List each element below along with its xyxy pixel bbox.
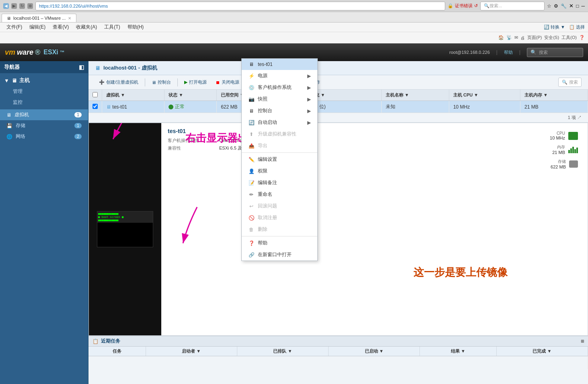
- col-vm[interactable]: 虚拟机 ▼: [102, 90, 164, 101]
- convert-button[interactable]: 🔄 转换 ▼: [544, 24, 565, 30]
- context-menu-item-4[interactable]: 🖥 控制台 ▶: [242, 105, 317, 117]
- settings-icon[interactable]: ⚙: [554, 3, 558, 9]
- context-menu-item-12[interactable]: ✏ 重命名: [242, 189, 317, 200]
- toolbar2: 🏠 📡 ✉ 🖨 页面(P) 安全(S) 工具(O) ❓: [0, 32, 588, 43]
- context-menu-item-0[interactable]: 🖥 tes-t01: [242, 59, 317, 70]
- console-button[interactable]: 🖥 控制台: [148, 78, 175, 87]
- browser-chrome: ◀ ▶ ↻ ⊕ https://192.168.0.226/ui/#/host/…: [0, 0, 588, 12]
- vms-badge: 1: [74, 112, 82, 117]
- tasks-empty-row: [88, 356, 588, 370]
- help-link[interactable]: 帮助: [504, 49, 513, 55]
- create-vm-button[interactable]: ➕ 创建/注册虚拟机: [95, 78, 142, 87]
- sidebar-item-storage[interactable]: 💾 存储 1: [0, 120, 88, 131]
- context-menu[interactable]: 🖥 tes-t01 ⚡ 电源 ▶ 💿 客户机操作系统 ▶ 📷 快照 ▶: [241, 58, 318, 261]
- home-button[interactable]: ⊕: [27, 3, 33, 9]
- reload-button[interactable]: ↻: [19, 3, 25, 9]
- tasks-col-task[interactable]: 任务: [88, 347, 146, 356]
- context-menu-item-5[interactable]: 🔄 自动启动 ▶: [242, 117, 317, 128]
- row-checkbox[interactable]: [93, 104, 98, 109]
- vm-table-header: 虚拟机 ▼ 状态 ▼ 已用空间 ▼ 客户机操作系统 ▼ 主机名称 ▼: [88, 90, 588, 101]
- context-menu-item-18[interactable]: 🔗 在新窗口中打开: [242, 249, 317, 261]
- rss-icon[interactable]: 📡: [506, 35, 512, 40]
- col-memory[interactable]: 主机内存 ▼: [520, 90, 588, 101]
- context-menu-item-11[interactable]: 📝 编辑备注: [242, 177, 317, 189]
- menu-help[interactable]: 帮助(H): [124, 23, 147, 31]
- col-hostname[interactable]: 主机名称 ▼: [381, 90, 449, 101]
- print-icon[interactable]: 🖨: [520, 35, 525, 40]
- home-toolbar-icon[interactable]: 🏠: [498, 35, 504, 40]
- tasks-icon: 📋: [93, 339, 99, 344]
- header-search[interactable]: 🔍 搜索: [527, 48, 583, 57]
- vms-label: 虚拟机: [14, 111, 29, 118]
- power-on-button[interactable]: ▶ 打开电源: [180, 78, 211, 87]
- maximize-icon[interactable]: □: [576, 3, 579, 9]
- tasks-col-completed[interactable]: 已完成 ▼: [496, 347, 588, 356]
- power-off-button[interactable]: ⏹ 关闭电源: [212, 78, 243, 87]
- table-row[interactable]: 🖥 tes-t01 正常 622 MB CentOS 7 (64 位) 未知: [88, 101, 588, 113]
- tasks-table: 任务 启动者 ▼ 已排队 ▼ 已启动 ▼ 结果 ▼: [88, 347, 588, 369]
- sidebar-item-network[interactable]: 🌐 网络 2: [0, 131, 88, 142]
- tasks-col-result[interactable]: 结果 ▼: [420, 347, 496, 356]
- tasks-expand[interactable]: ⊞: [581, 339, 584, 343]
- menu-favorites[interactable]: 收藏夹(A): [73, 23, 100, 31]
- vm-preview[interactable]: ■■■■■■■■■■■■■ boot screen ■■■■■■■■■■■■■: [89, 123, 161, 335]
- context-arrow-2: ▶: [307, 85, 311, 90]
- forward-button[interactable]: ▶: [11, 3, 17, 9]
- context-menu-item-17[interactable]: ❓ 帮助: [242, 237, 317, 249]
- menu-file[interactable]: 文件(F): [3, 23, 25, 31]
- back-button[interactable]: ◀: [3, 3, 9, 9]
- context-menu-item-1[interactable]: ⚡ 电源 ▶: [242, 70, 317, 82]
- page-button[interactable]: 页面(P): [527, 35, 542, 41]
- col-select[interactable]: [88, 90, 102, 101]
- question-icon[interactable]: ❓: [579, 35, 585, 40]
- tasks-col-started[interactable]: 已启动 ▼: [329, 347, 420, 356]
- menu-tools[interactable]: 工具(T): [101, 23, 123, 31]
- console-icon: 🖥: [152, 80, 156, 85]
- context-menu-item-2[interactable]: 💿 客户机操作系统 ▶: [242, 82, 317, 93]
- context-item-label-11: 编辑备注: [258, 179, 277, 186]
- vm-screen: ■■■■■■■■■■■■■ boot screen ■■■■■■■■■■■■■: [97, 211, 153, 247]
- sidebar-item-host[interactable]: ▼ 🖥 主机: [0, 75, 88, 86]
- content-header-title: localhost-001 - 虚拟机: [103, 64, 157, 72]
- context-menu-item-3[interactable]: 📷 快照 ▶: [242, 93, 317, 105]
- sidebar-item-manage[interactable]: 管理: [0, 86, 88, 97]
- star-icon[interactable]: ☆: [547, 3, 551, 9]
- col-status[interactable]: 状态 ▼: [164, 90, 217, 101]
- select-button[interactable]: 📋 选择: [569, 24, 585, 30]
- security-button[interactable]: 安全(S): [544, 35, 559, 41]
- sidebar-item-monitor[interactable]: 监控: [0, 97, 88, 108]
- sidebar-collapse-icon[interactable]: ◧: [79, 64, 84, 70]
- tasks-empty-cell: [88, 356, 588, 370]
- tasks-col-queued[interactable]: 已排队 ▼: [237, 347, 328, 356]
- row-vm-name[interactable]: 🖥 tes-t01: [102, 101, 164, 113]
- select-all-checkbox[interactable]: [93, 92, 98, 97]
- security-warning: 🔒 证书错误 ↺: [448, 3, 478, 9]
- close-icon[interactable]: ✕: [569, 3, 574, 9]
- context-menu-item-9[interactable]: ✏️ 编辑设置: [242, 154, 317, 165]
- vm-search-box[interactable]: 🔍 搜索: [558, 78, 582, 87]
- tab-close-button[interactable]: ✕: [68, 16, 71, 21]
- context-menu-item-10[interactable]: 👤 权限: [242, 165, 317, 177]
- col-cpu[interactable]: 主机 CPU ▼: [449, 90, 520, 101]
- context-item-icon-3: 📷: [248, 96, 255, 103]
- mail-icon[interactable]: ✉: [514, 35, 518, 40]
- tab-favicon: 🖥: [7, 16, 11, 21]
- minimize-icon[interactable]: ─: [581, 3, 585, 9]
- context-menu-item-13: ↩ 回滚问题: [242, 200, 317, 212]
- content-header-icon: 🖥: [95, 65, 100, 71]
- vm-name-text: tes-t01: [112, 104, 127, 110]
- tools-button[interactable]: 工具(O): [561, 35, 577, 41]
- power-off-label: 关闭电源: [222, 79, 239, 85]
- tasks-col-starter[interactable]: 启动者 ▼: [146, 347, 237, 356]
- row-checkbox-cell[interactable]: [88, 101, 102, 113]
- tools-icon[interactable]: 🔧: [561, 3, 567, 9]
- tab-localhost[interactable]: 🖥 localhost-001 – VMware ... ✕: [2, 14, 76, 22]
- menu-view[interactable]: 查看(V): [49, 23, 72, 31]
- cpu-value: 10 MHz: [550, 136, 565, 140]
- menu-edit[interactable]: 编辑(E): [26, 23, 49, 31]
- menu-right: 🔄 转换 ▼ 📋 选择: [544, 24, 585, 30]
- browser-search-box[interactable]: 🔍 搜索...: [480, 2, 545, 10]
- sidebar-item-vms[interactable]: 🖥 虚拟机 1: [0, 109, 88, 120]
- address-bar[interactable]: https://192.168.0.226/ui/#/host/vms: [35, 2, 445, 10]
- row-count-text: 1 项: [568, 115, 576, 120]
